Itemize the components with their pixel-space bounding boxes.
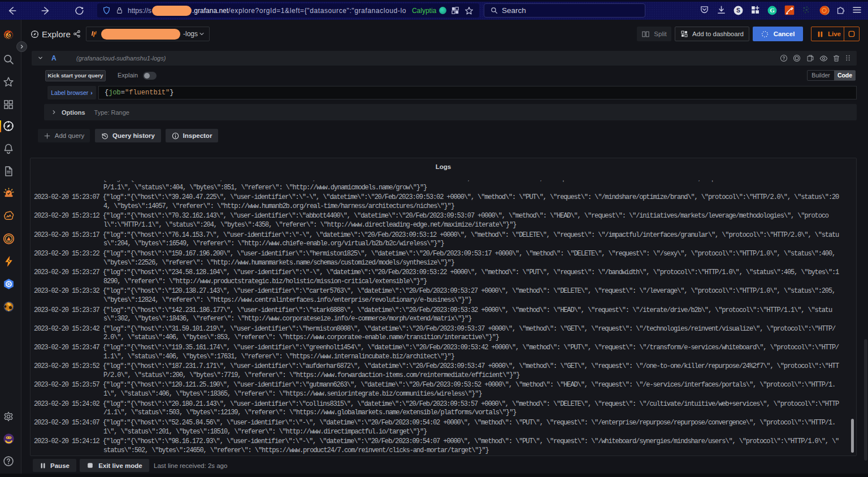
svg-text:G: G — [770, 7, 775, 14]
svg-text:S: S — [736, 7, 740, 14]
